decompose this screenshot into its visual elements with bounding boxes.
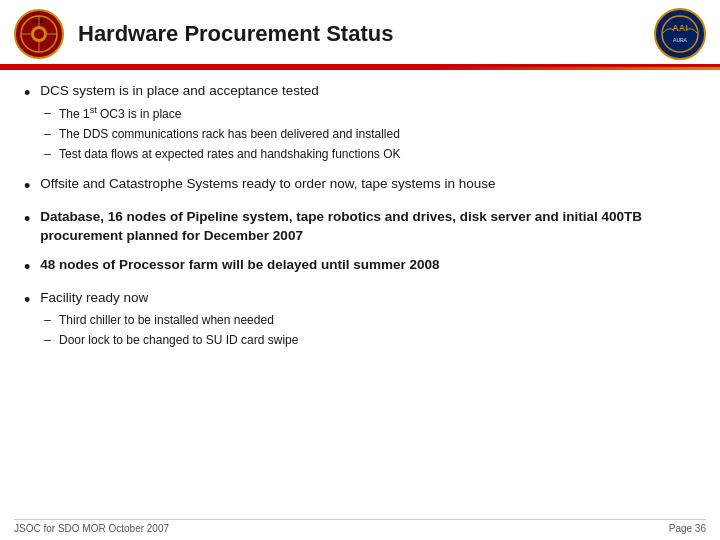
sub-item-1-1: – The 1st OC3 is in place (44, 104, 400, 123)
main-content: • DCS system is in place and acceptance … (0, 70, 720, 369)
bullet-text-5: Facility ready now (40, 290, 148, 305)
svg-text:AURA: AURA (673, 37, 688, 43)
footer-left: JSOC for SDO MOR October 2007 (14, 523, 169, 534)
bullet-dot-4: • (24, 256, 30, 279)
page-header: HMI Hardware Procurement Status AAI AURA (0, 0, 720, 67)
bullet-text-4: 48 nodes of Processor farm will be delay… (40, 256, 439, 275)
sub-text-1-1: The 1st OC3 is in place (59, 104, 181, 123)
footer-right: Page 36 (669, 523, 706, 534)
svg-text:AAI: AAI (672, 23, 688, 33)
sub-text-5-1: Third chiller to be installed when neede… (59, 311, 274, 329)
sub-items-1: – The 1st OC3 is in place – The DDS comm… (40, 104, 400, 163)
bullet-item-3: • Database, 16 nodes of Pipeline system,… (24, 208, 696, 246)
svg-point-3 (34, 29, 44, 39)
sub-text-1-3: Test data flows at expected rates and ha… (59, 145, 401, 163)
sub-text-1-2: The DDS communications rack has been del… (59, 125, 400, 143)
bullet-dot-3: • (24, 208, 30, 231)
sub-dash: – (44, 145, 51, 163)
bullet-item-5: • Facility ready now – Third chiller to … (24, 289, 696, 351)
page-footer: JSOC for SDO MOR October 2007 Page 36 (14, 519, 706, 534)
bullet-item-2: • Offsite and Catastrophe Systems ready … (24, 175, 696, 198)
bullet-dot-2: • (24, 175, 30, 198)
sub-dash: – (44, 311, 51, 329)
bullet-dot-1: • (24, 82, 30, 105)
bullet-text-2: Offsite and Catastrophe Systems ready to… (40, 175, 495, 194)
bullet-item-1: • DCS system is in place and acceptance … (24, 82, 696, 165)
sub-items-5: – Third chiller to be installed when nee… (40, 311, 298, 349)
sub-item-5-1: – Third chiller to be installed when nee… (44, 311, 298, 329)
logo-right: AAI AURA (654, 8, 706, 60)
sub-dash: – (44, 125, 51, 143)
bullet-text-3: Database, 16 nodes of Pipeline system, t… (40, 208, 696, 246)
sub-item-1-3: – Test data flows at expected rates and … (44, 145, 400, 163)
sub-dash: – (44, 331, 51, 349)
sub-dash: – (44, 104, 51, 122)
bullet-text-1: DCS system is in place and acceptance te… (40, 83, 318, 98)
page-title: Hardware Procurement Status (64, 21, 654, 47)
logo-left: HMI (14, 9, 64, 59)
sub-text-5-2: Door lock to be changed to SU ID card sw… (59, 331, 298, 349)
sub-item-1-2: – The DDS communications rack has been d… (44, 125, 400, 143)
bullet-item-4: • 48 nodes of Processor farm will be del… (24, 256, 696, 279)
bullet-dot-5: • (24, 289, 30, 312)
sub-item-5-2: – Door lock to be changed to SU ID card … (44, 331, 298, 349)
